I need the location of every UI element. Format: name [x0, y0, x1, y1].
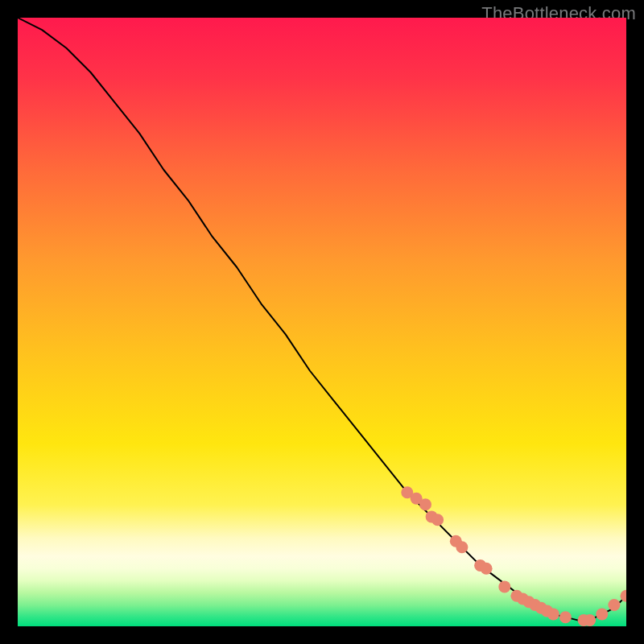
marker-dot: [547, 608, 559, 620]
chart-frame: TheBottleneck.com: [0, 0, 644, 644]
plot-area: [18, 18, 626, 626]
marker-dot: [584, 614, 596, 626]
marker-dot: [456, 541, 468, 553]
marker-dot: [498, 580, 510, 592]
chart-svg: [18, 18, 626, 626]
marker-dot: [431, 514, 444, 526]
marker-dot: [596, 608, 608, 620]
marker-dot: [481, 563, 493, 575]
marker-dot: [419, 498, 431, 510]
chart-background: [18, 18, 626, 626]
marker-dot: [608, 599, 620, 611]
marker-dot: [559, 611, 572, 623]
